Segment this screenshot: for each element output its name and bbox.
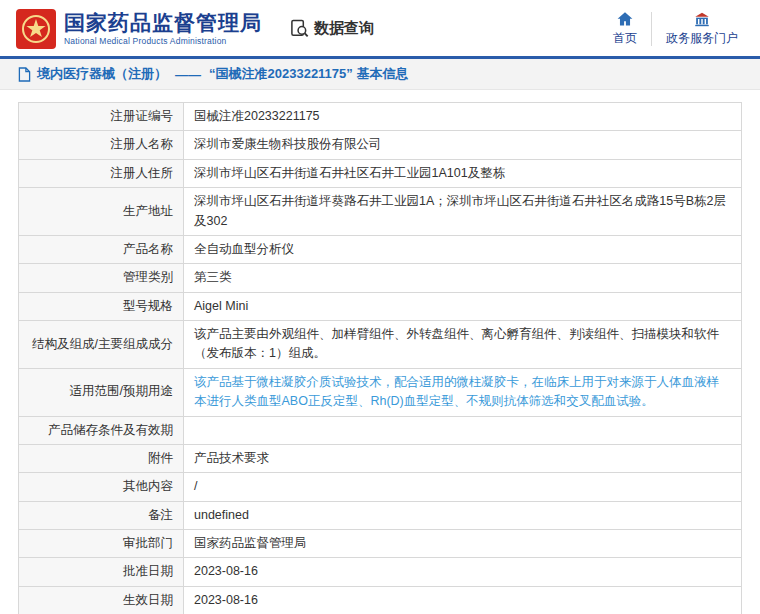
breadcrumb-title: “国械注准20233221175” 基本信息 (209, 65, 408, 83)
row-label: 结构及组成/主要组成成分 (19, 321, 184, 369)
table-row: 生产地址 深圳市坪山区石井街道坪葵路石井工业园1A；深圳市坪山区石井街道石井社区… (19, 188, 742, 236)
agency-name-en: National Medical Products Administration (64, 36, 262, 46)
table-row: 批准日期 2023-08-16 (19, 558, 742, 586)
row-label: 生产地址 (19, 188, 184, 236)
row-label: 管理类别 (19, 264, 184, 292)
row-value: 国械注准20233221175 (184, 103, 742, 131)
table-row: 型号规格 Aigel Mini (19, 292, 742, 320)
row-label: 备注 (19, 501, 184, 529)
nav-portal-label: 政务服务门户 (666, 30, 738, 47)
row-value: 深圳市坪山区石井街道石井社区石井工业园1A101及整栋 (184, 159, 742, 187)
row-value: 国家药品监督管理局 (184, 530, 742, 558)
row-value: 深圳市坪山区石井街道坪葵路石井工业园1A；深圳市坪山区石井街道石井社区名成路15… (184, 188, 742, 236)
row-label: 适用范围/预期用途 (19, 368, 184, 416)
row-value: 深圳市爱康生物科技股份有限公司 (184, 131, 742, 159)
row-value: 2023-08-16 (184, 586, 742, 614)
nav-home[interactable]: 首页 (613, 10, 637, 47)
row-value: 该产品基于微柱凝胶介质试验技术，配合适用的微柱凝胶卡，在临床上用于对来源于人体血… (184, 368, 742, 416)
breadcrumb: 境内医疗器械（注册） —— “国械注准20233221175” 基本信息 (0, 59, 760, 90)
table-row: 备注 undefined (19, 501, 742, 529)
data-query-label: 数据查询 (314, 19, 374, 38)
row-label: 注册证编号 (19, 103, 184, 131)
nav-home-label: 首页 (613, 30, 637, 47)
table-row: 其他内容 / (19, 473, 742, 501)
agency-name: 国家药品监督管理局 (64, 11, 262, 35)
header-divider (651, 12, 652, 46)
row-label: 批准日期 (19, 558, 184, 586)
row-value (184, 416, 742, 444)
document-icon (18, 67, 31, 82)
table-row: 产品名称 全自动血型分析仪 (19, 235, 742, 263)
home-icon (616, 10, 634, 28)
row-label: 生效日期 (19, 586, 184, 614)
table-row: 注册人名称 深圳市爱康生物科技股份有限公司 (19, 131, 742, 159)
table-row: 产品储存条件及有效期 (19, 416, 742, 444)
registration-info-table: 注册证编号 国械注准20233221175 注册人名称 深圳市爱康生物科技股份有… (18, 102, 742, 614)
row-value: 该产品主要由外观组件、加样臂组件、外转盘组件、离心孵育组件、判读组件、扫描模块和… (184, 321, 742, 369)
row-label: 注册人名称 (19, 131, 184, 159)
row-value: 全自动血型分析仪 (184, 235, 742, 263)
page: 国家药品监督管理局 National Medical Products Admi… (0, 0, 760, 614)
search-document-icon (290, 19, 309, 38)
table-row: 管理类别 第三类 (19, 264, 742, 292)
agency-brand[interactable]: 国家药品监督管理局 National Medical Products Admi… (16, 9, 262, 49)
table-row: 适用范围/预期用途 该产品基于微柱凝胶介质试验技术，配合适用的微柱凝胶卡，在临床… (19, 368, 742, 416)
row-label: 产品名称 (19, 235, 184, 263)
row-label: 审批部门 (19, 530, 184, 558)
government-building-icon (693, 10, 711, 28)
row-label: 附件 (19, 444, 184, 472)
row-value: Aigel Mini (184, 292, 742, 320)
row-value: 产品技术要求 (184, 444, 742, 472)
table-wrap: 注册证编号 国械注准20233221175 注册人名称 深圳市爱康生物科技股份有… (0, 90, 760, 614)
table-row: 附件 产品技术要求 (19, 444, 742, 472)
row-value: / (184, 473, 742, 501)
row-value: 2023-08-16 (184, 558, 742, 586)
row-label: 其他内容 (19, 473, 184, 501)
national-emblem-icon (16, 9, 56, 49)
data-query-button[interactable]: 数据查询 (290, 19, 374, 38)
table-row: 审批部门 国家药品监督管理局 (19, 530, 742, 558)
row-label: 型号规格 (19, 292, 184, 320)
header-nav: 首页 政务服务门户 (613, 10, 744, 47)
row-value: 第三类 (184, 264, 742, 292)
site-header: 国家药品监督管理局 National Medical Products Admi… (0, 0, 760, 56)
row-value: undefined (184, 501, 742, 529)
row-label: 产品储存条件及有效期 (19, 416, 184, 444)
brand-text: 国家药品监督管理局 National Medical Products Admi… (64, 11, 262, 45)
table-row: 结构及组成/主要组成成分 该产品主要由外观组件、加样臂组件、外转盘组件、离心孵育… (19, 321, 742, 369)
row-label: 注册人住所 (19, 159, 184, 187)
table-row: 注册人住所 深圳市坪山区石井街道石井社区石井工业园1A101及整栋 (19, 159, 742, 187)
table-row: 注册证编号 国械注准20233221175 (19, 103, 742, 131)
breadcrumb-separator: —— (175, 67, 201, 82)
breadcrumb-category[interactable]: 境内医疗器械（注册） (37, 65, 167, 83)
table-row: 生效日期 2023-08-16 (19, 586, 742, 614)
nav-portal[interactable]: 政务服务门户 (666, 10, 738, 47)
